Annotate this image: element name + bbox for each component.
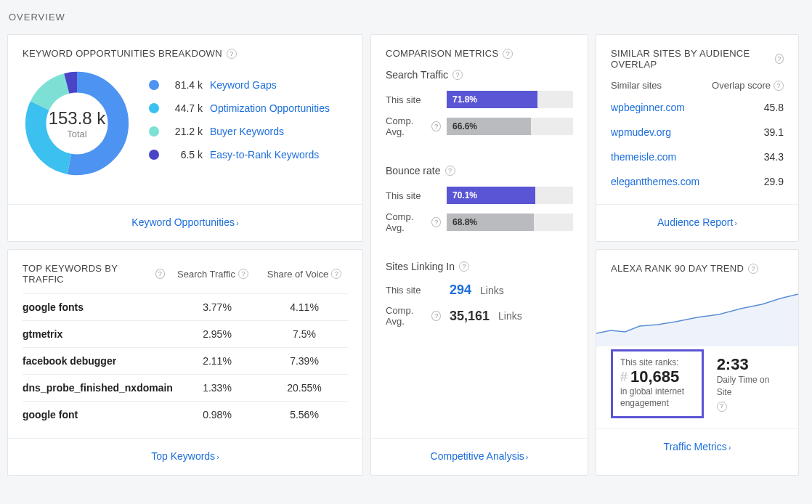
legend-item: 44.7 k Optimization Opportunities [149,102,330,114]
chevron-right-icon: › [734,219,737,227]
list-item: themeisle.com34.3 [611,145,784,169]
help-icon[interactable]: ? [331,269,341,279]
help-icon[interactable]: ? [431,311,441,321]
legend-value: 44.7 k [166,102,203,114]
daily-time-box: 2:33 Daily Time on Site? [712,349,784,418]
similar-title: SIMILAR SITES BY AUDIENCE OVERLAP ? [611,48,784,70]
site-link[interactable]: wpbeginner.com [611,102,685,113]
bar-value: 68.8% [447,214,534,231]
linking-this-label: This site [386,285,441,296]
site-link[interactable]: themeisle.com [611,151,676,163]
trend-title-text: ALEXA RANK 90 DAY TREND [611,263,744,274]
site-link[interactable]: wpmudev.org [611,126,671,138]
site-link[interactable]: elegantthemes.com [611,176,699,187]
overlap-score: 29.9 [764,176,784,187]
breakdown-legend: 81.4 k Keyword Gaps 44.7 k Optimization … [149,69,330,160]
card-comparison-metrics: COMPARISON METRICS ? Search Traffic? Thi… [370,34,588,476]
help-icon[interactable]: ? [717,402,727,412]
help-icon[interactable]: ? [431,121,441,131]
competitive-analysis-link[interactable]: Competitive Analysis› [431,450,529,462]
col-search-traffic: Search Traffic? [169,269,256,280]
similar-title-text: SIMILAR SITES BY AUDIENCE OVERLAP [611,48,771,70]
breakdown-title: KEYWORD OPPORTUNITIES BREAKDOWN ? [23,48,348,59]
col-overlap-score: Overlap score? [712,80,784,91]
rank-top-label: This site ranks: [620,357,694,367]
legend-item: 6.5 k Easy-to-Rank Keywords [149,149,330,160]
donut-chart: 153.8 k Total [23,69,131,178]
audience-report-link[interactable]: Audience Report› [657,216,737,228]
kw-cell: facebook debugger [23,355,174,367]
bar-avg-label: Comp. Avg.? [386,115,441,137]
help-icon[interactable]: ? [431,217,441,227]
legend-link[interactable]: Keyword Gaps [210,79,277,91]
overlap-score: 45.8 [764,102,784,113]
traffic-cell: 1.33% [174,382,261,394]
help-icon[interactable]: ? [775,54,784,64]
table-row: facebook debugger2.11%7.39% [23,347,348,374]
table-row: google font0.98%5.56% [23,401,348,428]
bar-this-label: This site [386,190,441,201]
metric-search-traffic: Search Traffic? [386,69,573,81]
bar-value: 70.1% [447,187,535,204]
card-top-keywords: TOP KEYWORDS BY TRAFFIC ? Search Traffic… [7,249,363,476]
comparison-title: COMPARISON METRICS ? [386,48,573,59]
help-icon[interactable]: ? [238,269,248,279]
bar-comp-avg: 68.8% [447,214,573,231]
legend-item: 21.2 k Buyer Keywords [149,126,330,137]
top-keywords-link[interactable]: Top Keywords› [151,450,219,462]
time-label: Daily Time on Site [717,374,784,399]
overview-grid: KEYWORD OPPORTUNITIES BREAKDOWN ? 153.8 … [7,34,805,483]
linking-this-value[interactable]: 294 [450,283,471,298]
share-cell: 20.55% [261,382,348,394]
breakdown-title-text: KEYWORD OPPORTUNITIES BREAKDOWN [23,48,222,59]
list-item: wpbeginner.com45.8 [611,95,784,120]
chevron-right-icon: › [216,452,219,461]
legend-link[interactable]: Easy-to-Rank Keywords [210,149,319,160]
legend-value: 6.5 k [166,149,203,160]
help-icon[interactable]: ? [503,49,513,59]
help-icon[interactable]: ? [459,261,469,272]
bar-this-site: 71.8% [447,91,573,108]
traffic-cell: 0.98% [174,409,261,420]
help-icon[interactable]: ? [774,81,784,91]
traffic-metrics-link[interactable]: Traffic Metrics› [664,441,731,452]
table-row: google fonts3.77%4.11% [23,293,348,320]
top-keywords-title-text: TOP KEYWORDS BY TRAFFIC [23,263,151,285]
chevron-right-icon: › [236,219,239,227]
metric-sites-linking: Sites Linking In? [386,261,573,272]
footer-text: Competitive Analysis [431,450,524,462]
footer-text: Audience Report [657,216,733,228]
footer-text: Top Keywords [151,450,215,462]
help-icon[interactable]: ? [748,264,758,274]
rank-value: 10,685 [630,367,679,386]
traffic-cell: 3.77% [174,301,261,313]
bar-value: 66.6% [447,118,531,135]
legend-link[interactable]: Optimization Opportunities [210,102,330,114]
top-keywords-title: TOP KEYWORDS BY TRAFFIC ? [23,263,165,285]
help-icon[interactable]: ? [155,269,165,279]
help-icon[interactable]: ? [445,166,455,176]
hash-icon: # [620,370,628,385]
linking-unit: Links [498,310,522,322]
help-icon[interactable]: ? [227,49,237,59]
help-icon[interactable]: ? [452,70,463,80]
kw-cell: dns_probe_finished_nxdomain [23,382,174,394]
overlap-score: 39.1 [764,126,784,138]
card-alexa-rank-trend: ALEXA RANK 90 DAY TREND ? This site rank… [596,249,799,476]
table-row: dns_probe_finished_nxdomain1.33%20.55% [23,374,348,401]
overlap-score: 34.3 [764,151,784,163]
legend-dot-icon [149,103,159,113]
legend-dot-icon [149,80,159,90]
legend-dot-icon [149,150,159,160]
bar-comp-avg: 66.6% [447,118,573,135]
bar-this-label: This site [386,94,441,105]
rank-bottom-label: in global internet engagement [620,386,694,409]
rank-highlight-box: This site ranks: #10,685 in global inter… [611,349,704,418]
trend-title: ALEXA RANK 90 DAY TREND ? [611,263,784,274]
donut-total-label: Total [67,129,86,139]
legend-link[interactable]: Buyer Keywords [210,126,284,137]
bar-value: 71.8% [447,91,537,108]
share-cell: 7.39% [261,355,348,367]
traffic-cell: 2.11% [174,355,261,367]
keyword-opportunities-link[interactable]: Keyword Opportunities› [131,216,238,228]
